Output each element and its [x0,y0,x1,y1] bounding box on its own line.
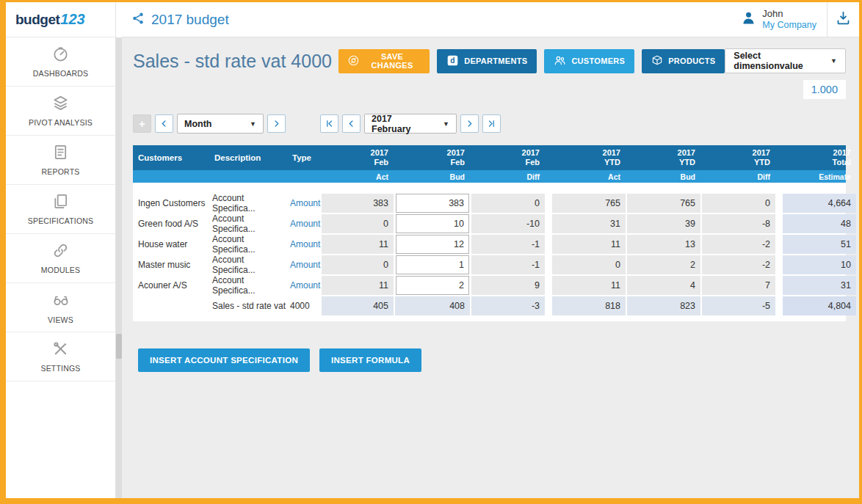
feb-bud-input[interactable] [396,235,469,254]
type-link[interactable]: Amount [287,275,321,296]
header-description: Description [209,145,287,170]
measure-diff: Diff [471,170,546,183]
user-menu[interactable]: John My Company [741,8,827,32]
description-cell: Account Specifica... [209,213,287,234]
table-row: House water Account Specifica... Amount … [133,234,846,255]
export-button[interactable] [827,2,859,37]
topbar-right: John My Company [741,2,859,37]
app-logo[interactable]: budget123 [6,2,115,37]
estimate-value: 48 [783,214,856,233]
sidebar-item-specifications[interactable]: SPECIFICATIONS [6,185,115,234]
feb-bud-input[interactable] [396,255,469,274]
logo-text: budget [15,12,59,28]
description-cell: Account Specifica... [209,234,287,255]
ytd-bud-value: 13 [627,235,700,254]
add-period-button[interactable]: + [133,114,151,133]
interval-select[interactable]: Month ▼ [177,114,264,134]
ytd-act-total: 818 [552,296,626,315]
measure-estimate: Estimate [782,170,857,183]
header-feb-diff: 2017Feb [471,145,546,170]
save-changes-button[interactable]: SAVE CHANGES [338,49,430,73]
description-cell: Account Specifica... [209,193,287,213]
header-type: Type [287,145,321,170]
table-row: Ingen Customers Account Specifica... Amo… [133,193,846,213]
sidebar: budget123 DASHBOARDS PIVOT ANALYSIS REPO… [6,2,116,498]
report-icon [52,144,69,161]
total-label: Sales - std rate vat [209,296,287,316]
feb-bud-input[interactable] [396,276,469,295]
customer-cell: House water [133,234,209,255]
actions-row: INSERT ACCOUNT SPECIFICATION INSERT FORM… [133,348,846,372]
sidebar-resize-handle[interactable] [116,334,122,359]
feb-bud-input[interactable] [396,214,469,233]
chevron-down-icon: ▼ [250,120,256,128]
sidebar-item-label: SETTINGS [40,364,80,373]
sidebar-item-label: PIVOT ANALYSIS [29,118,93,127]
ytd-bud-value: 4 [627,276,700,295]
next-period-button[interactable] [460,114,479,133]
customers-button[interactable]: CUSTOMERS [544,49,634,73]
feb-act-value: 0 [322,255,394,274]
share-icon[interactable] [131,12,145,28]
sidebar-item-pivot-analysis[interactable]: PIVOT ANALYSIS [6,87,115,136]
sidebar-item-modules[interactable]: MODULES [6,234,115,283]
estimate-value: 4,664 [783,194,856,213]
sidebar-item-settings[interactable]: SETTINGS [6,332,115,381]
table-row: Master music Account Specifica... Amount… [133,255,846,275]
table-header-row: Customers Description Type 2017Feb 2017F… [133,145,846,170]
first-period-button[interactable] [320,114,338,133]
prev-period-button[interactable] [342,114,361,133]
measure-diff: Diff [701,170,776,183]
products-button[interactable]: PRODUCTS [642,49,725,73]
type-link[interactable]: Amount [287,213,321,234]
ytd-act-value: 11 [552,276,626,295]
ytd-act-value: 31 [552,214,626,233]
feb-bud-total: 408 [395,296,470,315]
sidebar-item-reports[interactable]: REPORTS [6,136,115,185]
next-interval-button[interactable] [267,114,286,133]
scale-badge[interactable]: 1.000 [803,80,846,99]
page-title: Sales - std rate vat 4000 [133,51,338,72]
estimate-total: 4,804 [783,296,856,315]
sidebar-item-dashboards[interactable]: DASHBOARDS [6,37,115,87]
budget-title[interactable]: 2017 budget [151,12,229,28]
feb-diff-total: -3 [471,296,545,315]
ytd-act-value: 0 [552,255,626,274]
type-link[interactable]: Amount [287,234,321,255]
sidebar-item-views[interactable]: VIEWS [6,283,115,332]
download-icon [836,10,851,29]
prev-interval-button[interactable] [155,114,173,133]
ytd-diff-value: 7 [702,276,775,295]
user-company: My Company [762,20,816,32]
feb-bud-input[interactable] [396,194,469,213]
customers-icon [554,54,566,68]
table-body: Ingen Customers Account Specifica... Amo… [133,183,846,321]
chevron-down-icon: ▼ [443,120,449,128]
feb-diff-value: -10 [471,214,545,233]
last-period-button[interactable] [482,114,501,133]
departments-button[interactable]: d DEPARTMENTS [437,49,537,73]
sidebar-item-label: VIEWS [48,315,73,324]
insert-account-specification-button[interactable]: INSERT ACCOUNT SPECIFICATION [138,348,310,372]
header-ytd-act: 2017YTD [551,145,626,170]
customer-cell: Master music [133,255,209,275]
toolbar-row: Sales - std rate vat 4000 SAVE CHANGES d… [133,48,846,73]
description-cell: Account Specifica... [209,255,287,275]
svg-text:d: d [450,56,454,65]
chevron-down-icon: ▼ [830,57,837,65]
topbar: 2017 budget John My Company [122,2,859,37]
sidebar-item-label: DASHBOARDS [33,69,89,78]
type-link[interactable]: Amount [287,255,321,275]
period-controls: + Month ▼ 2017 [133,114,846,134]
insert-formula-button[interactable]: INSERT FORMULA [319,348,421,372]
gauge-icon [52,45,69,62]
type-link[interactable]: Amount [287,193,321,213]
customer-cell: Acouner A/S [133,275,209,296]
estimate-value: 10 [783,255,856,274]
dimension-value-select[interactable]: Select dimensionvalue ▼ [725,48,846,73]
header-feb-act: 2017Feb [321,145,394,170]
period-select[interactable]: 2017 February ▼ [364,114,457,134]
user-name: John [762,8,816,20]
ytd-diff-value: -2 [702,255,775,274]
ytd-bud-value: 2 [627,255,700,274]
